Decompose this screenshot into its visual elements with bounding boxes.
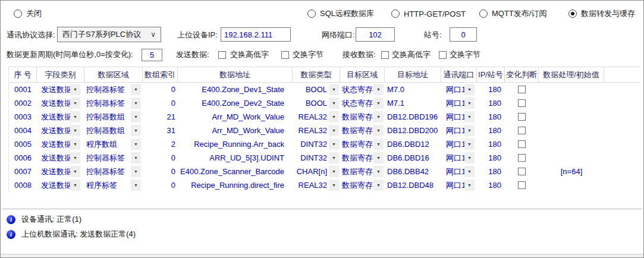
dropdown-arrow-icon[interactable]: ▼ bbox=[329, 97, 339, 109]
change-judge-checkbox[interactable] bbox=[518, 168, 526, 175]
data-area-value[interactable]: 控制器标签 bbox=[84, 153, 125, 163]
data-area-value[interactable]: 程序标签 bbox=[84, 180, 117, 191]
dropdown-arrow-icon[interactable]: ▼ bbox=[329, 166, 339, 177]
data-area-value[interactable]: 控制器标签 bbox=[84, 84, 125, 95]
data-type-value[interactable]: BOOL bbox=[306, 85, 327, 94]
change-judge-checkbox[interactable] bbox=[518, 86, 526, 93]
dropdown-arrow-icon[interactable]: ▼ bbox=[70, 180, 80, 191]
comm-port-value[interactable]: 网口1 bbox=[441, 125, 466, 136]
data-type-value[interactable]: REAL32 bbox=[299, 181, 327, 190]
dropdown-arrow-icon[interactable]: ▼ bbox=[70, 111, 80, 122]
dropdown-arrow-icon[interactable]: ▼ bbox=[329, 84, 339, 95]
comm-port-value[interactable]: 网口1 bbox=[441, 112, 466, 122]
data-type-value[interactable]: BOOL bbox=[306, 99, 327, 108]
dropdown-arrow-icon[interactable]: ▼ bbox=[131, 84, 141, 95]
dropdown-arrow-icon[interactable]: ▼ bbox=[464, 97, 475, 109]
dropdown-arrow-icon[interactable]: ▼ bbox=[373, 180, 384, 191]
data-area-value[interactable]: 控制器标签 bbox=[84, 98, 125, 109]
dropdown-arrow-icon[interactable]: ▼ bbox=[464, 125, 475, 136]
dropdown-arrow-icon[interactable]: ▼ bbox=[373, 84, 384, 95]
comm-port-value[interactable]: 网口1 bbox=[441, 180, 466, 191]
dropdown-arrow-icon[interactable]: ▼ bbox=[373, 125, 384, 136]
data-area-value[interactable]: 程序数组 bbox=[84, 139, 117, 150]
dropdown-arrow-icon[interactable]: ▼ bbox=[373, 97, 384, 109]
mode-radio-0[interactable]: 关闭 bbox=[14, 9, 42, 18]
cell-data-address: E400.Zone_Scanner_Barcode bbox=[178, 165, 293, 178]
data-area-value[interactable]: 控制器数组 bbox=[84, 125, 125, 136]
data-area-value[interactable]: 控制器标签 bbox=[84, 166, 125, 177]
send-swap-word-checkbox[interactable] bbox=[218, 51, 226, 59]
data-type-value[interactable]: REAL32 bbox=[299, 126, 327, 135]
change-judge-checkbox[interactable] bbox=[518, 113, 526, 121]
field-type-value[interactable]: 发送数据 bbox=[37, 166, 72, 177]
protocol-combobox[interactable]: 西门子S7系列PLC协议 ∨ bbox=[57, 27, 161, 42]
comm-port-value[interactable]: 网口1 bbox=[441, 98, 466, 109]
dropdown-arrow-icon[interactable]: ▼ bbox=[131, 139, 141, 150]
dropdown-arrow-icon[interactable]: ▼ bbox=[70, 152, 80, 163]
data-type-value[interactable]: DINT32 bbox=[300, 153, 327, 162]
field-type-value[interactable]: 发送数据 bbox=[37, 139, 72, 150]
field-type-value[interactable]: 发送数据 bbox=[37, 112, 72, 122]
dropdown-arrow-icon[interactable]: ▼ bbox=[373, 139, 384, 150]
mode-radio-4[interactable]: 数据转发与缓存 bbox=[568, 9, 635, 18]
data-area-value[interactable]: 控制器数组 bbox=[84, 112, 125, 122]
dropdown-arrow-icon[interactable]: ▼ bbox=[70, 84, 80, 95]
field-type-value[interactable]: 发送数据 bbox=[37, 180, 72, 191]
dropdown-arrow-icon[interactable]: ▼ bbox=[464, 180, 475, 191]
comm-port-value[interactable]: 网口1 bbox=[441, 153, 466, 163]
mode-radio-2[interactable]: HTTP-GET/POST bbox=[391, 9, 466, 18]
dropdown-arrow-icon[interactable]: ▼ bbox=[131, 111, 141, 122]
data-type-value[interactable]: REAL32 bbox=[299, 112, 327, 121]
dropdown-arrow-icon[interactable]: ▼ bbox=[70, 139, 80, 150]
dropdown-arrow-icon[interactable]: ▼ bbox=[131, 97, 141, 109]
dropdown-arrow-icon[interactable]: ▼ bbox=[131, 125, 141, 136]
mode-radio-3[interactable]: MQTT发布/订阅 bbox=[479, 9, 546, 18]
field-type-value[interactable]: 发送数据 bbox=[37, 98, 72, 109]
station-input[interactable] bbox=[450, 27, 477, 42]
dropdown-arrow-icon[interactable]: ▼ bbox=[373, 111, 384, 122]
update-cycle-input[interactable] bbox=[142, 49, 162, 61]
dropdown-arrow-icon[interactable]: ▼ bbox=[464, 139, 475, 150]
comm-port-value[interactable]: 网口1 bbox=[441, 139, 466, 150]
field-type-value[interactable]: 发送数据 bbox=[37, 153, 72, 163]
dropdown-arrow-icon[interactable]: ▼ bbox=[329, 180, 339, 191]
dropdown-arrow-icon[interactable]: ▼ bbox=[131, 180, 141, 191]
dropdown-arrow-icon[interactable]: ▼ bbox=[70, 97, 80, 109]
recv-swap-word-checkbox[interactable] bbox=[381, 51, 389, 59]
dropdown-arrow-icon[interactable]: ▼ bbox=[70, 166, 80, 177]
dropdown-arrow-icon[interactable]: ▼ bbox=[464, 152, 475, 163]
dropdown-arrow-icon[interactable]: ▼ bbox=[131, 166, 141, 177]
field-type-value[interactable]: 发送数据 bbox=[37, 125, 72, 136]
radio-icon[interactable] bbox=[14, 10, 22, 18]
dropdown-arrow-icon[interactable]: ▼ bbox=[464, 84, 475, 95]
data-type-value[interactable]: CHAR[n] bbox=[297, 167, 327, 176]
comm-port-value[interactable]: 网口1 bbox=[441, 166, 466, 177]
dropdown-arrow-icon[interactable]: ▼ bbox=[464, 111, 475, 122]
radio-icon[interactable] bbox=[479, 10, 488, 18]
net-port-input[interactable] bbox=[356, 27, 395, 42]
recv-swap-byte-checkbox[interactable] bbox=[439, 51, 447, 59]
dropdown-arrow-icon[interactable]: ▼ bbox=[131, 152, 141, 163]
dropdown-arrow-icon[interactable]: ▼ bbox=[70, 125, 80, 136]
change-judge-checkbox[interactable] bbox=[518, 154, 526, 162]
send-swap-byte-checkbox[interactable] bbox=[281, 51, 289, 59]
radio-selected-icon[interactable] bbox=[568, 10, 577, 18]
change-judge-checkbox[interactable] bbox=[518, 181, 526, 189]
mode-radio-1[interactable]: SQL远程数据库 bbox=[307, 9, 374, 18]
dropdown-arrow-icon[interactable]: ▼ bbox=[329, 152, 339, 163]
comm-port-value[interactable]: 网口1 bbox=[441, 84, 466, 95]
dropdown-arrow-icon[interactable]: ▼ bbox=[464, 166, 475, 177]
change-judge-checkbox[interactable] bbox=[518, 127, 526, 134]
change-judge-checkbox[interactable] bbox=[518, 99, 526, 107]
dropdown-arrow-icon[interactable]: ▼ bbox=[329, 125, 339, 136]
change-judge-checkbox[interactable] bbox=[518, 140, 526, 148]
dropdown-arrow-icon[interactable]: ▼ bbox=[373, 152, 384, 163]
device-ip-input[interactable] bbox=[221, 27, 291, 42]
dropdown-arrow-icon[interactable]: ▼ bbox=[329, 139, 339, 150]
data-type-value[interactable]: DINT32 bbox=[300, 140, 327, 149]
dropdown-arrow-icon[interactable]: ▼ bbox=[329, 111, 339, 122]
radio-icon[interactable] bbox=[391, 10, 400, 18]
dropdown-arrow-icon[interactable]: ▼ bbox=[373, 166, 384, 177]
radio-icon[interactable] bbox=[307, 10, 316, 18]
field-type-value[interactable]: 发送数据 bbox=[37, 84, 72, 95]
